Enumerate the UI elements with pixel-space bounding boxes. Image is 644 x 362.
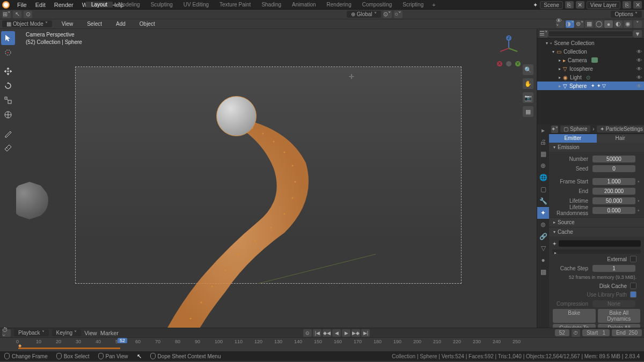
workspace-sculpting[interactable]: Sculpting bbox=[145, 2, 178, 8]
outliner-item-camera[interactable]: ▸▸Camera👁 bbox=[537, 56, 644, 64]
field-number[interactable]: 50000 bbox=[592, 156, 635, 162]
shading-solid-icon[interactable]: ● bbox=[604, 20, 613, 28]
prop-tab-mesh[interactable]: ▽ bbox=[537, 242, 549, 254]
workspace-uv[interactable]: UV Editing bbox=[178, 2, 214, 8]
keying-dropdown[interactable]: Keying ˅ bbox=[52, 329, 82, 336]
type-tab-hair[interactable]: Hair bbox=[597, 134, 645, 143]
field-frame-start[interactable]: 1.000 bbox=[592, 178, 635, 185]
scene-delete-icon[interactable]: ✕ bbox=[576, 1, 584, 9]
workspace-modeling[interactable]: Modeling bbox=[113, 2, 145, 8]
mode-menu-add[interactable]: Add bbox=[112, 21, 130, 27]
keyframe-next-icon[interactable]: ▶◆ bbox=[352, 329, 360, 337]
mode-menu-view[interactable]: View bbox=[57, 21, 78, 27]
outliner-item-icosphere[interactable]: ▸▽Icosphere👁 bbox=[537, 64, 644, 73]
field-end[interactable]: 200.000 bbox=[592, 188, 635, 195]
mode-menu-select[interactable]: Select bbox=[83, 21, 106, 27]
shading-rendered-icon[interactable]: ◉ bbox=[624, 20, 632, 28]
3d-viewport[interactable]: Camera Perspective (52) Collection | Sph… bbox=[16, 29, 537, 328]
outliner-filter-icon[interactable]: ▼ bbox=[633, 30, 642, 38]
scene-field[interactable]: Scene bbox=[540, 1, 562, 9]
visibility-toggle-icon[interactable]: 👁 bbox=[636, 75, 642, 80]
workspace-compositing[interactable]: Compositing bbox=[357, 2, 398, 8]
outliner-item-sphere[interactable]: ▸▽Sphere✦ ✦ ▽👁 bbox=[537, 82, 644, 90]
pivot-icon[interactable]: ⊙ bbox=[24, 11, 32, 18]
playhead[interactable]: 52 bbox=[118, 338, 127, 343]
workspace-scripting[interactable]: Scripting bbox=[397, 2, 429, 8]
cache-name-field[interactable] bbox=[559, 240, 641, 247]
jump-start-icon[interactable]: |◀ bbox=[313, 329, 321, 337]
perspective-icon[interactable]: ▦ bbox=[523, 106, 533, 117]
shading-matcap-icon[interactable]: ◐ bbox=[614, 20, 623, 28]
proportional-icon[interactable]: ○˅ bbox=[394, 11, 402, 18]
btn-delete-bakes[interactable]: Delete All Bakes bbox=[598, 324, 641, 328]
panel-source[interactable]: ▸Source bbox=[549, 218, 644, 227]
timeline-marker-menu[interactable]: Marker bbox=[100, 330, 119, 336]
workspace-animation[interactable]: Animation bbox=[287, 2, 321, 8]
timeline-ruler[interactable]: 0102030405060708090100110120130140150160… bbox=[0, 337, 644, 351]
playback-dropdown[interactable]: Playback ˅ bbox=[14, 329, 49, 336]
timeline-editor-icon[interactable]: ⏱˅ bbox=[2, 329, 11, 337]
mode-dropdown[interactable]: ▦ Object Mode ˅ bbox=[2, 20, 52, 27]
prop-tab-object[interactable]: ▢ bbox=[537, 183, 549, 195]
camera-view-icon[interactable]: 📷 bbox=[523, 92, 533, 103]
rotate-tool[interactable] bbox=[1, 79, 15, 93]
prop-tab-render[interactable]: ▸ bbox=[537, 124, 549, 136]
keyframe-prev-icon[interactable]: ◆◀ bbox=[323, 329, 331, 337]
xray-icon[interactable]: ▦ bbox=[585, 20, 594, 28]
breadcrumb-object[interactable]: ▢ Sphere bbox=[560, 125, 590, 132]
visibility-icon[interactable]: 👁˅ bbox=[556, 20, 565, 28]
select-tool[interactable] bbox=[1, 31, 15, 45]
prop-tab-scene[interactable]: ⊕ bbox=[537, 160, 549, 172]
btn-calc-frame[interactable]: Calculate To Frame bbox=[553, 324, 596, 328]
field-lifetime[interactable]: 50.000 bbox=[592, 197, 635, 204]
checkbox-library-path[interactable] bbox=[630, 291, 636, 298]
prop-tab-modifiers[interactable]: 🔧 bbox=[537, 195, 549, 207]
outliner-type-icon[interactable]: ☰˅ bbox=[539, 30, 548, 38]
shading-wireframe-icon[interactable]: ◯ bbox=[595, 20, 603, 28]
editor-type-icon[interactable]: ⊞˅ bbox=[2, 11, 11, 18]
preview-range-icon[interactable]: ⏱ bbox=[572, 329, 580, 337]
pan-icon[interactable]: ✋ bbox=[523, 78, 533, 89]
mode-menu-object[interactable]: Object bbox=[135, 21, 159, 27]
navigation-gizmo[interactable]: Z X Y bbox=[496, 35, 522, 61]
prop-tab-constraints[interactable]: 🔗 bbox=[537, 231, 549, 242]
zoom-icon[interactable]: 🔍 bbox=[523, 64, 533, 75]
workspace-rendering[interactable]: Rendering bbox=[321, 2, 357, 8]
play-reverse-icon[interactable]: ◀ bbox=[332, 329, 341, 337]
jump-end-icon[interactable]: ▶| bbox=[361, 329, 370, 337]
outliner-search[interactable] bbox=[548, 31, 633, 37]
visibility-toggle-icon[interactable]: 👁 bbox=[636, 49, 642, 55]
snap-icon[interactable]: ⊙˅ bbox=[383, 11, 392, 18]
cache-list-icon[interactable]: ✦ bbox=[552, 241, 557, 247]
viewlayer-delete-icon[interactable]: ✕ bbox=[633, 1, 642, 9]
gizmo-toggle-icon[interactable]: ◑˅ bbox=[566, 20, 574, 28]
timeline-view-menu[interactable]: View bbox=[84, 330, 97, 336]
cursor-tool[interactable] bbox=[1, 46, 15, 60]
overlay-toggle-icon[interactable]: ⊚˅ bbox=[575, 20, 584, 28]
btn-bake[interactable]: Bake bbox=[553, 309, 596, 323]
workspace-add[interactable]: + bbox=[429, 2, 438, 8]
visibility-toggle-icon[interactable]: 👁 bbox=[636, 66, 642, 72]
outliner-scene-collection[interactable]: ▾▫Scene Collection bbox=[537, 39, 644, 47]
start-frame-field[interactable]: Start 1 bbox=[582, 329, 610, 336]
field-lifetime-randomness[interactable]: 0.000 bbox=[592, 207, 635, 214]
viewlayer-field[interactable]: View Layer bbox=[587, 1, 620, 9]
end-frame-field[interactable]: End 250 bbox=[612, 329, 642, 336]
transform-tool[interactable] bbox=[1, 108, 15, 122]
prop-tab-viewlayer[interactable]: ▦ bbox=[537, 148, 549, 160]
viewlayer-new-icon[interactable]: ⎘ bbox=[623, 1, 631, 9]
workspace-texture[interactable]: Texture Paint bbox=[214, 2, 256, 8]
panel-cache[interactable]: ▾Cache bbox=[549, 227, 644, 237]
prop-tab-material[interactable]: ● bbox=[537, 254, 549, 266]
btn-bake-all[interactable]: Bake All Dynamics bbox=[598, 309, 641, 323]
workspace-shading[interactable]: Shading bbox=[256, 2, 287, 8]
shading-dropdown-icon[interactable]: ˅ bbox=[633, 20, 642, 28]
prop-tab-output[interactable]: 🖨 bbox=[537, 136, 549, 148]
visibility-toggle-icon[interactable]: 👁 bbox=[636, 83, 642, 89]
current-frame-field[interactable]: 52 bbox=[555, 329, 569, 336]
auto-keyframe-icon[interactable]: ⊙ bbox=[303, 329, 312, 337]
prop-tab-physics[interactable]: ⊚ bbox=[537, 219, 549, 231]
move-tool[interactable] bbox=[1, 64, 15, 78]
panel-emission[interactable]: ▾Emission bbox=[549, 143, 644, 152]
breadcrumb-particlesettings[interactable]: ✦ ParticleSettings bbox=[597, 125, 644, 132]
